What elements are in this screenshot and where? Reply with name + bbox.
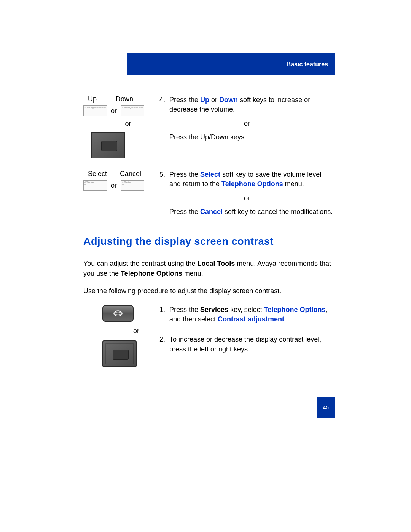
step-number: 4.	[159, 95, 169, 105]
contrast-keys: or	[83, 305, 159, 367]
term-contrast-adjustment: Contrast adjustment	[218, 315, 284, 323]
term-services: Services	[200, 306, 228, 313]
navigation-pad-icon	[91, 132, 125, 158]
step-4-alt: Press the Up/Down keys.	[159, 133, 335, 142]
page-content: Up Down ⚠ Warning — — — — — — or ⚠ Warni…	[83, 95, 335, 376]
step-number: 1.	[159, 305, 169, 315]
or-label: or	[111, 182, 117, 190]
step-number: 2.	[159, 335, 169, 344]
header-title: Basic features	[287, 61, 328, 68]
term-up: Up	[200, 96, 209, 104]
step-5-text: 5. Press the Select soft key to save the…	[159, 170, 335, 217]
term-local-tools: Local Tools	[198, 260, 235, 267]
term-telephone-options: Telephone Options	[121, 270, 182, 277]
step-5-row: Select Cancel ⚠ Warning — — — — — — or ⚠…	[83, 170, 335, 217]
term-cancel: Cancel	[200, 208, 223, 216]
contrast-steps: or 1. Press the Services key, select Tel…	[83, 305, 335, 367]
globe-icon	[113, 310, 123, 317]
intro-paragraph-2: Use the following procedure to adjust th…	[83, 286, 335, 296]
step-4-text: 4. Press the Up or Down soft keys to inc…	[159, 95, 335, 142]
term-down: Down	[219, 96, 238, 104]
softkey-select-icon: ⚠ Warning — — — — — —	[83, 180, 107, 191]
label-down: Down	[116, 95, 133, 103]
step-4-keys: Up Down ⚠ Warning — — — — — — or ⚠ Warni…	[83, 95, 159, 158]
intro-paragraph-1: You can adjust the contrast using the Lo…	[83, 259, 335, 278]
step-number: 5.	[159, 170, 169, 179]
label-up: Up	[88, 95, 97, 103]
term-select: Select	[200, 171, 220, 178]
softkey-cancel-icon: ⚠ Warning — — — — — —	[121, 180, 144, 191]
or-label: or	[159, 119, 335, 128]
or-label: or	[111, 107, 117, 115]
section-heading: Adjusting the display screen contrast	[83, 236, 335, 250]
term-telephone-options: Telephone Options	[221, 180, 283, 188]
page-number-badge: 45	[317, 397, 335, 418]
softkey-down-icon: ⚠ Warning — — — — — —	[121, 105, 144, 116]
step-5-alt: Press the Cancel soft key to cancel the …	[159, 207, 335, 217]
services-key-icon	[102, 305, 134, 322]
step-4-row: Up Down ⚠ Warning — — — — — — or ⚠ Warni…	[83, 95, 335, 158]
term-telephone-options: Telephone Options	[264, 306, 326, 313]
label-cancel: Cancel	[120, 170, 141, 178]
navigation-pad-icon	[102, 340, 137, 367]
softkey-up-icon: ⚠ Warning — — — — — —	[83, 105, 107, 116]
page-number: 45	[323, 404, 329, 411]
or-label: or	[83, 327, 159, 335]
contrast-text: 1. Press the Services key, select Teleph…	[159, 305, 335, 359]
or-label: or	[83, 120, 159, 128]
header-bar: Basic features	[127, 53, 335, 75]
or-label: or	[159, 193, 335, 203]
step-5-keys: Select Cancel ⚠ Warning — — — — — — or ⚠…	[83, 170, 159, 191]
label-select: Select	[88, 170, 107, 178]
